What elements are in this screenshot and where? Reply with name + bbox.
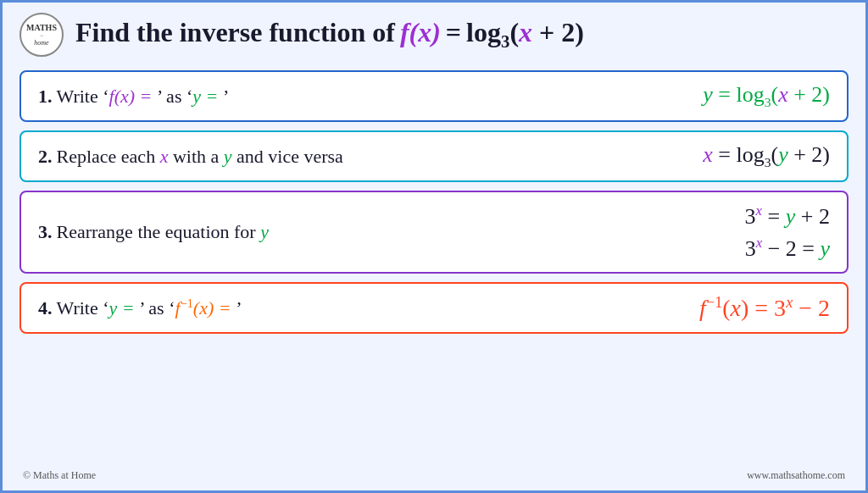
logo: MATHS ⌢ home bbox=[19, 13, 64, 57]
step-3-eq2: 3x − 2 = y bbox=[745, 235, 830, 262]
logo-maths: MATHS bbox=[26, 23, 57, 32]
logo-arc: ⌢ bbox=[40, 32, 44, 39]
step-4-y: y = bbox=[109, 297, 140, 319]
step-1-y: y = bbox=[192, 86, 223, 107]
footer: © Maths at Home www.mathsathome.com bbox=[19, 469, 849, 482]
step-1-box: 1. Write ‘f(x) = ’ as ‘y = ’ y = log3(x … bbox=[19, 70, 849, 122]
step-3-eq1: 3x = y + 2 bbox=[745, 202, 830, 230]
footer-left: © Maths at Home bbox=[23, 469, 96, 482]
step-1-number: 1. bbox=[38, 86, 53, 108]
step-3-y: y bbox=[260, 221, 269, 242]
step-2-y: y bbox=[224, 146, 232, 167]
step-4-number: 4. bbox=[38, 297, 53, 319]
step-2-x: x bbox=[160, 146, 169, 167]
header: MATHS ⌢ home Find the inverse function o… bbox=[19, 13, 849, 62]
page-title: Find the inverse function of f(x) = log3… bbox=[75, 17, 584, 52]
title-plain: Find the inverse function of bbox=[75, 17, 395, 48]
step-3-equations: 3x = y + 2 3x − 2 = y bbox=[745, 202, 830, 261]
step-1-fx: f(x) = bbox=[109, 86, 157, 107]
step-3-left: 3. Rearrange the equation for y bbox=[38, 221, 269, 243]
step-4-result: f−1(x) = 3x − 2 bbox=[699, 294, 830, 322]
step-2-desc: Replace each x with a y and vice versa bbox=[57, 146, 343, 168]
step-3-box: 3. Rearrange the equation for y 3x = y +… bbox=[19, 191, 849, 273]
title-fx: f(x) bbox=[400, 17, 441, 48]
step-3-number: 3. bbox=[38, 221, 53, 243]
step-2-left: 2. Replace each x with a y and vice vers… bbox=[38, 146, 343, 168]
step-1-left: 1. Write ‘f(x) = ’ as ‘y = ’ bbox=[38, 86, 229, 108]
step-4-desc: Write ‘y = ’ as ‘f−1(x) = ’ bbox=[57, 296, 242, 319]
step-4-finv: f−1(x) = bbox=[175, 297, 236, 319]
step-2-box: 2. Replace each x with a y and vice vers… bbox=[19, 130, 849, 182]
step-2-result: x = log3(y + 2) bbox=[703, 142, 830, 170]
title-log: log3(x + 2) bbox=[466, 17, 584, 52]
step-2-number: 2. bbox=[38, 146, 53, 168]
step-4-left: 4. Write ‘y = ’ as ‘f−1(x) = ’ bbox=[38, 296, 242, 319]
title-eq: = bbox=[446, 17, 461, 48]
step-1-desc: Write ‘f(x) = ’ as ‘y = ’ bbox=[57, 86, 230, 108]
step-3-row: 3. Rearrange the equation for y 3x = y +… bbox=[38, 202, 830, 261]
step-3-desc: Rearrange the equation for y bbox=[57, 221, 269, 243]
footer-right: www.mathsathome.com bbox=[747, 469, 845, 482]
step-4-box: 4. Write ‘y = ’ as ‘f−1(x) = ’ f−1(x) = … bbox=[19, 282, 849, 334]
logo-home: home bbox=[34, 39, 48, 47]
main-container: MATHS ⌢ home Find the inverse function o… bbox=[3, 3, 865, 490]
step-1-result: y = log3(x + 2) bbox=[703, 82, 830, 110]
